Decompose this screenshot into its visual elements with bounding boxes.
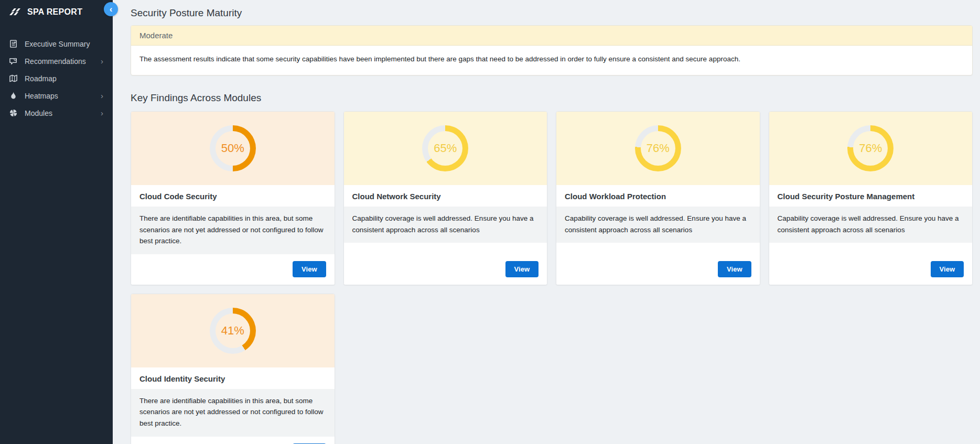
roadmap-icon xyxy=(8,74,18,83)
module-score-percent: 76% xyxy=(859,142,882,155)
sidebar-item-roadmap[interactable]: Roadmap xyxy=(0,70,113,87)
view-button[interactable]: View xyxy=(718,261,751,277)
module-score-donut: 65% xyxy=(422,125,468,171)
maturity-banner: Moderate The assessment results indicate… xyxy=(131,25,973,75)
module-description: There are identifiable capabilities in t… xyxy=(131,389,335,437)
sidebar-item-modules[interactable]: Modules › xyxy=(0,104,113,122)
executive-summary-icon xyxy=(8,39,18,49)
sidebar-item-recommendations[interactable]: Recommendations › xyxy=(0,52,113,70)
module-description: Capability coverage is well addressed. E… xyxy=(344,207,547,243)
module-score-percent: 76% xyxy=(647,142,670,155)
maturity-description: The assessment results indicate that som… xyxy=(131,46,972,75)
module-name: Cloud Network Security xyxy=(344,185,547,207)
maturity-level-label: Moderate xyxy=(131,26,972,46)
findings-cards-grid: 50% Cloud Code Security There are identi… xyxy=(131,111,973,444)
findings-title: Key Findings Across Modules xyxy=(131,92,973,104)
finding-card: 50% Cloud Code Security There are identi… xyxy=(131,111,335,285)
modules-icon xyxy=(8,109,18,118)
module-score-percent: 41% xyxy=(221,324,244,338)
chevron-right-icon: › xyxy=(101,92,104,100)
finding-card: 65% Cloud Network Security Capability co… xyxy=(343,111,548,285)
page-title: Security Posture Maturity xyxy=(131,7,973,19)
view-button[interactable]: View xyxy=(931,261,964,277)
finding-card: 41% Cloud Identity Security There are id… xyxy=(131,294,335,444)
sidebar: SPA REPORT Executive Summary Recommendat… xyxy=(0,0,113,444)
module-score-percent: 50% xyxy=(221,142,244,155)
module-description: There are identifiable capabilities in t… xyxy=(131,207,335,254)
module-score-donut: 76% xyxy=(635,125,681,171)
heatmaps-icon xyxy=(8,91,18,101)
module-name: Cloud Identity Security xyxy=(131,367,335,389)
module-score-percent: 65% xyxy=(434,142,457,155)
view-button[interactable]: View xyxy=(505,261,539,277)
sidebar-item-heatmaps[interactable]: Heatmaps › xyxy=(0,87,113,104)
chevron-right-icon: › xyxy=(101,109,104,117)
sidebar-nav: Executive Summary Recommendations › Road… xyxy=(0,35,113,122)
module-score-donut: 50% xyxy=(210,125,256,171)
main-content: Security Posture Maturity Moderate The a… xyxy=(113,0,980,444)
brand: SPA REPORT xyxy=(0,0,113,23)
finding-card: 76% Cloud Workload Protection Capability… xyxy=(556,111,760,285)
module-description: Capability coverage is well addressed. E… xyxy=(556,207,760,243)
module-score-donut: 41% xyxy=(210,308,256,354)
recommendations-icon xyxy=(8,57,18,66)
finding-card: 76% Cloud Security Posture Management Ca… xyxy=(769,111,973,285)
brand-title: SPA REPORT xyxy=(27,7,82,17)
sidebar-item-executive-summary[interactable]: Executive Summary xyxy=(0,35,113,52)
module-description: Capability coverage is well addressed. E… xyxy=(769,207,973,243)
view-button[interactable]: View xyxy=(293,261,326,277)
module-score-donut: 76% xyxy=(847,125,893,171)
module-name: Cloud Workload Protection xyxy=(556,185,760,207)
chevron-right-icon: › xyxy=(101,57,104,65)
spa-logo-icon xyxy=(9,7,21,17)
sidebar-collapse-button[interactable]: ‹ xyxy=(104,2,118,16)
module-name: Cloud Code Security xyxy=(131,185,335,207)
module-name: Cloud Security Posture Management xyxy=(769,185,973,207)
